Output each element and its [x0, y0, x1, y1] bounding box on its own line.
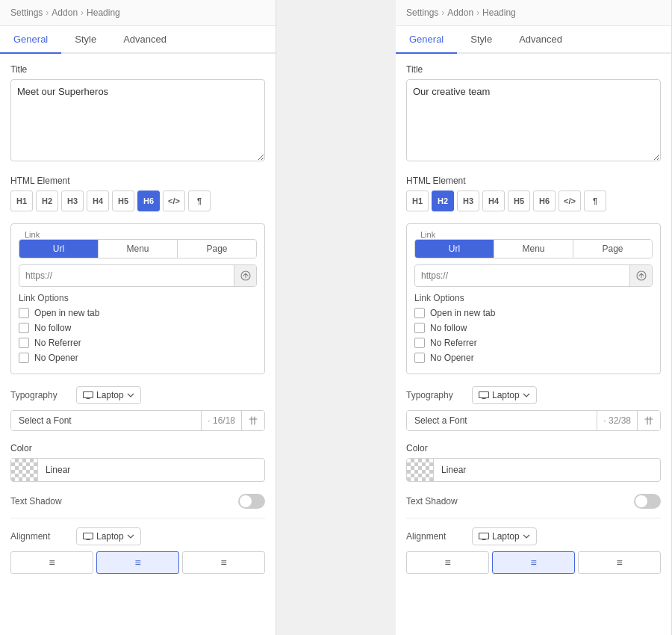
link-options-label-left: Link Options: [19, 293, 257, 303]
link-options-label-right: Link Options: [414, 293, 653, 303]
color-row-left[interactable]: Linear: [10, 458, 265, 482]
align-right-btn-right[interactable]: ≡: [578, 551, 661, 574]
font-adjust-btn-left[interactable]: [241, 411, 264, 430]
link-tab-page-left[interactable]: Page: [178, 240, 256, 258]
checkbox-new-tab-input-left[interactable]: [19, 308, 29, 318]
html-btn-para-left[interactable]: ¶: [188, 190, 211, 211]
html-btn-code-right[interactable]: </>: [559, 190, 581, 211]
checkbox-nofollow-label-left: No follow: [34, 323, 71, 333]
html-btn-code-left[interactable]: </>: [163, 190, 185, 211]
alignment-section-left: Alignment Laptop ≡ ≡ ≡: [10, 527, 265, 574]
checkbox-noreferrer-input-left[interactable]: [19, 338, 29, 348]
checkbox-new-tab-left: Open in new tab: [19, 308, 257, 318]
breadcrumb-settings-right[interactable]: Settings: [406, 7, 438, 18]
link-tab-menu-right[interactable]: Menu: [494, 240, 573, 258]
text-shadow-label-right: Text Shadow: [406, 496, 458, 507]
checkbox-noopener-input-left[interactable]: [19, 353, 29, 363]
typography-section-right: Typography Laptop Select a Font · 32/38: [406, 386, 661, 431]
checkbox-noopener-left: No Opener: [19, 353, 257, 363]
text-shadow-toggle-right[interactable]: [634, 494, 661, 509]
font-adjust-btn-right[interactable]: [637, 411, 660, 430]
html-btn-h5-right[interactable]: H5: [508, 190, 530, 211]
svg-rect-1: [84, 391, 93, 397]
html-btn-h5-left[interactable]: H5: [112, 190, 134, 211]
svg-rect-2: [84, 533, 93, 539]
align-right-btn-left[interactable]: ≡: [182, 551, 265, 574]
link-tabs-left: Url Menu Page: [19, 239, 257, 258]
tabs-left: General Style Advanced: [0, 26, 276, 54]
tab-general-right[interactable]: General: [396, 26, 457, 54]
checkbox-nofollow-input-right[interactable]: [414, 323, 425, 333]
html-btn-para-right[interactable]: ¶: [584, 190, 606, 211]
tab-style-right[interactable]: Style: [457, 26, 505, 54]
html-element-label-left: HTML Element: [10, 176, 265, 186]
breadcrumb-left: Settings › Addon › Heading: [0, 0, 276, 26]
link-tabs-right: Url Menu Page: [414, 239, 653, 258]
html-btn-h1-right[interactable]: H1: [406, 190, 429, 211]
url-input-right[interactable]: [415, 266, 629, 285]
typography-section-left: Typography Laptop Select a Font · 16/18: [10, 386, 265, 431]
breadcrumb-right: Settings › Addon › Heading: [396, 0, 671, 26]
tab-advanced-right[interactable]: Advanced: [505, 26, 576, 54]
breadcrumb-heading-right[interactable]: Heading: [482, 7, 516, 18]
font-row-right: Select a Font · 32/38: [406, 410, 661, 431]
font-select-right[interactable]: Select a Font: [407, 411, 597, 430]
checkbox-noreferrer-input-right[interactable]: [414, 338, 425, 348]
checkbox-noopener-input-right[interactable]: [414, 353, 425, 363]
html-btn-h6-left[interactable]: H6: [137, 190, 160, 211]
gap: [276, 0, 396, 635]
html-btn-h1-left[interactable]: H1: [10, 190, 33, 211]
url-upload-btn-left[interactable]: [234, 265, 256, 286]
tab-style-left[interactable]: Style: [61, 26, 110, 54]
align-left-btn-left[interactable]: ≡: [10, 551, 93, 574]
html-element-label-right: HTML Element: [406, 176, 661, 186]
align-center-btn-right[interactable]: ≡: [492, 551, 575, 574]
breadcrumb-settings[interactable]: Settings: [10, 7, 43, 18]
alignment-device-btn-left[interactable]: Laptop: [76, 527, 141, 545]
link-section-right: Link Url Menu Page Link Options: [406, 223, 661, 374]
link-tab-menu-left[interactable]: Menu: [99, 240, 178, 258]
html-btn-h4-left[interactable]: H4: [87, 190, 109, 211]
link-legend-right: Link: [417, 230, 653, 239]
html-btn-h3-right[interactable]: H3: [457, 190, 479, 211]
html-btn-h2-right[interactable]: H2: [432, 190, 454, 211]
html-btn-h4-right[interactable]: H4: [482, 190, 505, 211]
breadcrumb-addon[interactable]: Addon: [52, 7, 78, 18]
breadcrumb-heading[interactable]: Heading: [87, 7, 120, 18]
checkbox-noreferrer-label-left: No Referrer: [34, 338, 81, 348]
checkbox-new-tab-input-right[interactable]: [414, 308, 425, 318]
title-input-left[interactable]: Meet our Superheros: [10, 79, 265, 161]
html-btn-h6-right[interactable]: H6: [533, 190, 556, 211]
device-btn-left[interactable]: Laptop: [76, 386, 141, 404]
typography-row-right: Typography Laptop: [406, 386, 661, 404]
color-swatch-right[interactable]: [407, 459, 434, 481]
link-tab-url-right[interactable]: Url: [415, 240, 494, 258]
align-left-btn-right[interactable]: ≡: [406, 551, 489, 574]
typography-label-left: Typography: [10, 390, 70, 400]
title-label-left: Title: [10, 64, 265, 75]
checkbox-nofollow-input-left[interactable]: [19, 323, 29, 333]
align-center-btn-left[interactable]: ≡: [96, 551, 179, 574]
checkbox-noreferrer-left: No Referrer: [19, 338, 257, 348]
text-shadow-toggle-left[interactable]: [238, 494, 265, 509]
color-swatch-left[interactable]: [11, 459, 38, 481]
tab-general-left[interactable]: General: [0, 26, 61, 54]
tab-advanced-left[interactable]: Advanced: [110, 26, 180, 54]
device-btn-right[interactable]: Laptop: [472, 386, 537, 404]
html-btn-h2-left[interactable]: H2: [36, 190, 58, 211]
svg-rect-4: [479, 391, 489, 397]
link-tab-page-right[interactable]: Page: [573, 240, 652, 258]
font-select-left[interactable]: Select a Font: [11, 411, 201, 430]
url-input-left[interactable]: [19, 266, 234, 285]
title-input-right[interactable]: Our creative team: [406, 79, 661, 161]
breadcrumb-addon-right[interactable]: Addon: [447, 7, 473, 18]
checkbox-new-tab-right: Open in new tab: [414, 308, 653, 318]
alignment-device-btn-right[interactable]: Laptop: [472, 527, 537, 545]
url-upload-btn-right[interactable]: [629, 265, 652, 286]
color-row-right[interactable]: Linear: [406, 458, 661, 482]
color-label-right: Color: [406, 443, 661, 453]
url-input-row-left: [19, 264, 257, 287]
checkbox-new-tab-label-right: Open in new tab: [430, 308, 495, 318]
link-tab-url-left[interactable]: Url: [19, 240, 99, 258]
html-btn-h3-left[interactable]: H3: [61, 190, 84, 211]
